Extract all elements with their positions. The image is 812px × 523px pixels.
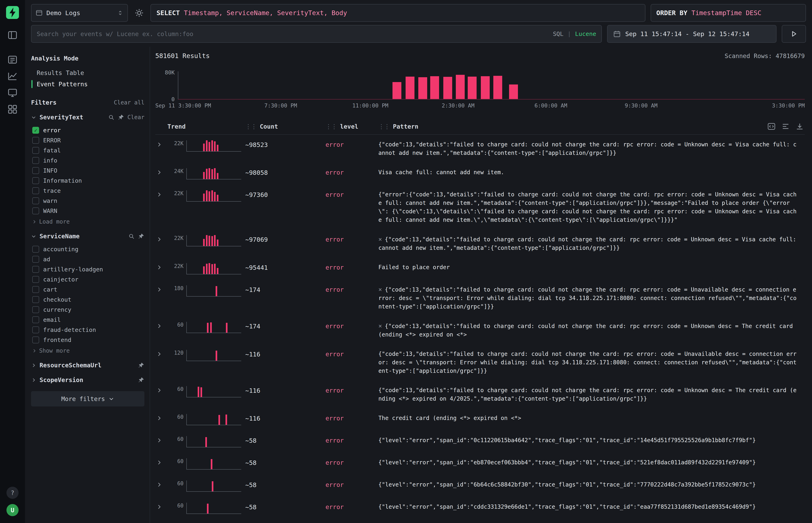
run-query-button[interactable] <box>782 25 806 43</box>
column-header-pattern[interactable]: ⋮⋮Pattern <box>378 122 805 131</box>
search-icon[interactable] <box>128 233 135 239</box>
expand-chevron-icon[interactable] <box>156 437 162 443</box>
column-resize-icon[interactable]: ⋮⋮ <box>378 123 390 130</box>
gear-icon[interactable] <box>135 8 144 18</box>
expand-chevron-icon[interactable] <box>156 287 162 292</box>
download-icon[interactable] <box>795 122 804 131</box>
checkbox-unchecked[interactable] <box>32 187 39 194</box>
pattern-row[interactable]: 180~174error×{"code":13,"details":"faile… <box>155 279 805 316</box>
expand-cell[interactable] <box>155 322 167 329</box>
expand-cell[interactable] <box>155 140 167 148</box>
filter-option[interactable]: trace <box>31 186 144 196</box>
select-query-input[interactable]: SELECT Timestamp, ServiceName, SeverityT… <box>151 4 646 22</box>
chevron-right-icon[interactable] <box>31 363 36 368</box>
chart-icon[interactable] <box>7 71 18 82</box>
expand-chevron-icon[interactable] <box>156 459 162 466</box>
order-by-input[interactable]: ORDER BY TimestampTime DESC <box>651 4 806 22</box>
service-show-more[interactable]: Show more <box>32 347 144 354</box>
checkbox-unchecked[interactable] <box>32 337 39 343</box>
checkbox-unchecked[interactable] <box>32 306 39 313</box>
checkbox-unchecked[interactable] <box>32 326 39 333</box>
filter-option[interactable]: artillery-loadgen <box>31 264 144 274</box>
expand-chevron-icon[interactable] <box>156 351 162 357</box>
filter-option[interactable]: INFO <box>31 165 144 176</box>
filter-option[interactable]: accounting <box>31 244 144 254</box>
filter-option[interactable]: info <box>31 156 144 165</box>
date-range-picker[interactable]: Sep 11 15:47:14 - Sep 12 15:47:14 <box>607 25 777 43</box>
search-input[interactable] <box>37 31 549 37</box>
dismiss-icon[interactable]: × <box>378 286 382 293</box>
expand-cell[interactable] <box>155 481 167 488</box>
filter-option[interactable]: fatal <box>31 145 144 156</box>
expand-cell[interactable] <box>155 386 167 393</box>
checkbox-unchecked[interactable] <box>32 266 39 273</box>
pattern-row[interactable]: 60~58error{"level":"error","span_id":"0c… <box>155 431 805 453</box>
checkbox-unchecked[interactable] <box>32 246 39 253</box>
histogram-bar[interactable] <box>468 77 477 99</box>
histogram-bar[interactable] <box>481 76 490 99</box>
column-header-count[interactable]: ⋮⋮Count <box>245 123 325 130</box>
expand-chevron-icon[interactable] <box>156 323 162 329</box>
sessions-icon[interactable] <box>7 88 18 98</box>
column-resize-icon[interactable]: ⋮⋮ <box>245 123 257 130</box>
filter-option[interactable]: ad <box>31 254 144 264</box>
scope-version-title[interactable]: ScopeVersion <box>39 376 83 383</box>
filter-option[interactable]: cart <box>31 285 144 294</box>
pattern-row[interactable]: 22K~98523error{"code":13,"details":"fail… <box>155 135 805 163</box>
expand-cell[interactable] <box>155 436 167 443</box>
histogram-plot[interactable] <box>178 71 805 100</box>
checkbox-checked[interactable]: ✓ <box>32 127 39 134</box>
filter-option[interactable]: Information <box>31 176 144 186</box>
checkbox-unchecked[interactable] <box>32 177 39 184</box>
pattern-row[interactable]: 60~58error{"level":"error","span_id":"cd… <box>155 497 805 519</box>
lucene-mode-toggle[interactable]: Lucene <box>575 31 596 37</box>
column-header-level[interactable]: ⋮⋮level <box>325 123 378 130</box>
pattern-row[interactable]: 60~58error{"level":"error","span_id":"eb… <box>155 453 805 475</box>
search-bar[interactable]: SQL | Lucene <box>31 25 602 43</box>
severity-section-title[interactable]: SeverityText <box>39 114 83 121</box>
expand-cell[interactable] <box>155 350 167 357</box>
expand-cell[interactable] <box>155 263 167 270</box>
histogram-bar[interactable] <box>418 77 427 99</box>
chevron-right-icon[interactable] <box>31 377 36 383</box>
source-select[interactable]: Demo Logs <box>31 4 128 22</box>
pin-icon[interactable] <box>138 377 144 383</box>
expand-chevron-icon[interactable] <box>156 482 162 488</box>
checkbox-unchecked[interactable] <box>32 197 39 204</box>
logs-icon[interactable] <box>7 54 18 65</box>
histogram-bar[interactable] <box>406 77 414 99</box>
analysis-mode-event-patterns[interactable]: Event Patterns <box>31 78 144 90</box>
pin-icon[interactable] <box>118 114 124 121</box>
checkbox-unchecked[interactable] <box>32 167 39 174</box>
pin-icon[interactable] <box>138 362 144 368</box>
filter-option[interactable]: fraud-detection <box>31 325 144 335</box>
filter-option[interactable]: WARN <box>31 206 144 216</box>
pattern-row[interactable]: 60~58error{"level":"error","span_id":"33… <box>155 519 805 523</box>
checkbox-unchecked[interactable] <box>32 296 39 303</box>
expand-cell[interactable] <box>155 503 167 510</box>
expand-cell[interactable] <box>155 414 167 421</box>
checkbox-unchecked[interactable] <box>32 256 39 263</box>
logo-icon[interactable] <box>6 6 19 19</box>
column-resize-icon[interactable]: ⋮⋮ <box>325 123 337 130</box>
pattern-row[interactable]: 60~116errorThe credit card (ending <*> e… <box>155 408 805 431</box>
filter-option[interactable]: frontend <box>31 335 144 345</box>
dismiss-icon[interactable]: × <box>378 322 382 329</box>
service-section-title[interactable]: ServiceName <box>39 233 80 240</box>
histogram-bar[interactable] <box>456 75 465 99</box>
chevron-down-icon[interactable] <box>31 115 36 120</box>
dashboards-icon[interactable] <box>7 104 18 114</box>
pattern-row[interactable]: 22K~97360error{"error":{"code":13,"detai… <box>155 185 805 230</box>
pattern-row[interactable]: 60~174error×{"code":13,"details":"failed… <box>155 316 805 344</box>
checkbox-unchecked[interactable] <box>32 316 39 323</box>
clear-all-button[interactable]: Clear all <box>114 99 144 106</box>
pattern-row[interactable]: 24K~98058errorVisa cache full: cannot ad… <box>155 163 805 185</box>
checkbox-unchecked[interactable] <box>32 276 39 283</box>
expand-chevron-icon[interactable] <box>156 142 162 148</box>
help-button[interactable]: ? <box>6 487 19 499</box>
filter-option[interactable]: cainjector <box>31 274 144 285</box>
checkbox-unchecked[interactable] <box>32 147 39 154</box>
filter-option[interactable]: warn <box>31 196 144 206</box>
histogram-bar[interactable] <box>509 85 518 99</box>
more-filters-button[interactable]: More filters <box>31 391 144 407</box>
